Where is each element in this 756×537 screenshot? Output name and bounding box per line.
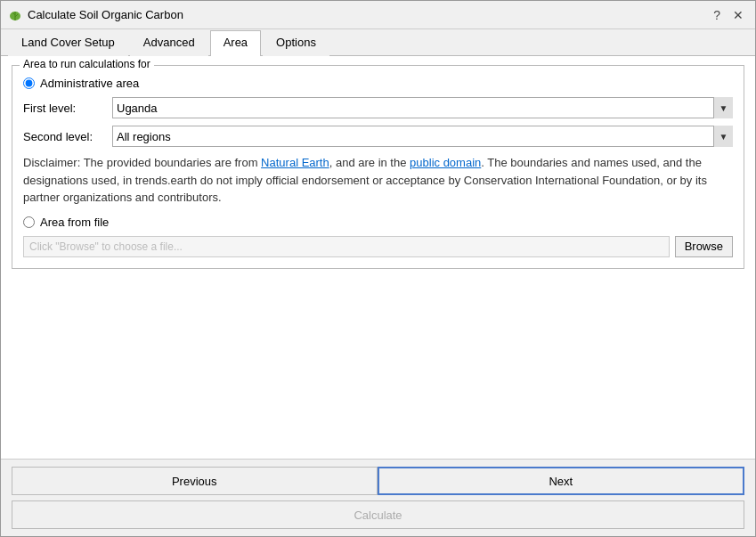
file-path-display: Click "Browse" to choose a file... [23, 236, 670, 257]
next-button[interactable]: Next [378, 467, 745, 495]
disclaimer-middle: , and are in the [329, 156, 410, 169]
second-level-select-wrapper: All regions ▼ [112, 126, 733, 147]
disclaimer-text: Disclaimer: The provided boundaries are … [23, 154, 733, 207]
tab-bar: Land Cover Setup Advanced Area Options [1, 29, 755, 56]
area-group-box: Area to run calculations for Administrat… [12, 65, 744, 269]
tab-area[interactable]: Area [210, 30, 261, 56]
disclaimer-prefix: Disclaimer: The provided boundaries are … [23, 156, 261, 169]
second-level-select[interactable]: All regions [112, 126, 733, 147]
nav-buttons: Previous Next [12, 467, 744, 495]
first-level-label: First level: [23, 102, 112, 115]
first-level-select[interactable]: Uganda [112, 97, 733, 118]
admin-area-radio-row: Administrative area [23, 77, 733, 90]
footer: Previous Next Calculate [1, 459, 755, 536]
second-level-row: Second level: All regions ▼ [23, 126, 733, 147]
tab-land-cover-setup[interactable]: Land Cover Setup [8, 30, 128, 56]
close-button[interactable]: ✕ [728, 6, 748, 24]
area-from-file-label[interactable]: Area from file [40, 216, 109, 229]
previous-button[interactable]: Previous [12, 467, 378, 495]
window-title: Calculate Soil Organic Carbon [28, 8, 183, 21]
calculate-button[interactable]: Calculate [12, 500, 744, 529]
group-box-label: Area to run calculations for [20, 58, 154, 70]
admin-area-label[interactable]: Administrative area [40, 77, 139, 90]
natural-earth-link[interactable]: Natural Earth [261, 156, 329, 169]
public-domain-link[interactable]: public domain [410, 156, 481, 169]
app-icon [8, 8, 22, 22]
file-chooser-row: Click "Browse" to choose a file... Brows… [23, 236, 733, 257]
area-from-file-radio[interactable] [23, 216, 35, 228]
file-placeholder-text: Click "Browse" to choose a file... [29, 240, 183, 253]
browse-button[interactable]: Browse [675, 236, 733, 257]
title-bar-left: Calculate Soil Organic Carbon [8, 8, 183, 22]
main-window: Calculate Soil Organic Carbon ? ✕ Land C… [0, 0, 756, 537]
first-level-select-wrapper: Uganda ▼ [112, 97, 733, 118]
content-area: Area to run calculations for Administrat… [1, 56, 755, 536]
title-bar: Calculate Soil Organic Carbon ? ✕ [1, 1, 755, 29]
title-bar-controls: ? ✕ [709, 6, 748, 24]
tab-advanced[interactable]: Advanced [130, 30, 208, 56]
main-panel: Area to run calculations for Administrat… [1, 56, 755, 459]
tab-options[interactable]: Options [263, 30, 329, 56]
second-level-label: Second level: [23, 130, 112, 143]
admin-area-radio[interactable] [23, 77, 35, 89]
first-level-row: First level: Uganda ▼ [23, 97, 733, 118]
area-from-file-radio-row: Area from file [23, 216, 733, 229]
help-button[interactable]: ? [709, 6, 725, 24]
